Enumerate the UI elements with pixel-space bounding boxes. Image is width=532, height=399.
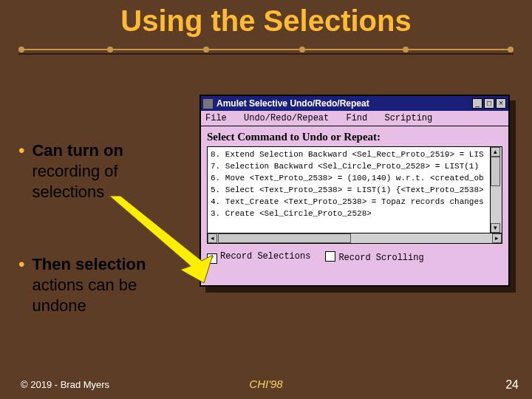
checkbox-label: Record Scrolling [338,253,423,263]
horizontal-scrollbar[interactable]: ◂ ▸ [207,233,502,244]
bullet-item: • Can turn on recording of selections [18,140,192,202]
menu-undo[interactable]: Undo/Redo/Repeat [244,113,329,123]
window-title: Amulet Selective Undo/Redo/Repeat [216,98,369,109]
bullet-dot: • [18,254,24,316]
app-icon [203,99,213,109]
maximize-button[interactable]: □ [484,98,494,109]
bullet-dot: • [18,140,24,202]
titlebar[interactable]: Amulet Selective Undo/Redo/Repeat _ □ × [201,96,508,111]
checkbox-icon: ✓ [207,253,217,264]
bullet-list: • Can turn on recording of selections • … [18,140,192,361]
footer-venue: CHI'98 [0,378,532,390]
scroll-right-button[interactable]: ▸ [492,233,502,243]
vertical-scrollbar[interactable]: ▴ ▾ [490,147,502,233]
slide-number: 24 [505,378,519,392]
menu-scripting[interactable]: Scripting [384,113,432,123]
checkbox-row: ✓Record Selections Record Scrolling [201,248,508,267]
list-item[interactable]: 3. Create <Sel_Circle_Proto_2528> [211,208,487,219]
list-item[interactable]: 5. Select <Text_Proto_2538> = LIST(1) {<… [211,184,487,196]
slide: Using the Selections • Can turn on recor… [0,0,532,399]
checkbox-record-selections[interactable]: ✓Record Selections [207,251,310,264]
title-underline [18,49,514,64]
minimize-button[interactable]: _ [472,98,482,109]
bullet-bold: Can turn on [32,141,123,160]
scroll-left-button[interactable]: ◂ [208,233,217,243]
bullet-item: • Then selection actions can be undone [18,254,192,316]
list-item[interactable]: 7. Selection Backward <Sel_Circle_Proto_… [211,160,487,172]
bullet-bold: Then selection [32,255,146,273]
list-item[interactable]: 4. Text_Create <Text_Proto_2538> = Topaz… [211,196,487,208]
command-listbox[interactable]: 8. Extend Selection Backward <Sel_Rect_P… [207,146,502,233]
menu-find[interactable]: Find [346,113,367,123]
checkbox-record-scrolling[interactable]: Record Scrolling [325,251,423,264]
menubar: File Undo/Redo/Repeat Find Scripting [201,111,508,126]
checkbox-icon [325,251,335,262]
close-button[interactable]: × [496,98,506,109]
menu-file[interactable]: File [205,113,227,123]
list-item[interactable]: 8. Extend Selection Backward <Sel_Rect_P… [211,149,487,160]
slide-title: Using the Selections [0,4,532,38]
scroll-thumb[interactable] [491,157,500,186]
scroll-up-button[interactable]: ▴ [491,147,500,157]
hscroll-thumb[interactable] [218,233,351,243]
list-item[interactable]: 6. Move <Text_Proto_2538> = (100,140) w.… [211,172,487,184]
bullet-rest: actions can be undone [32,276,137,315]
scroll-down-button[interactable]: ▾ [491,223,500,233]
bullet-rest: recording of selections [32,162,117,201]
checkbox-label: Record Selections [220,251,310,262]
panel-heading: Select Command to Undo or Repeat: [201,126,508,146]
app-window: Amulet Selective Undo/Redo/Repeat _ □ × … [200,95,510,287]
